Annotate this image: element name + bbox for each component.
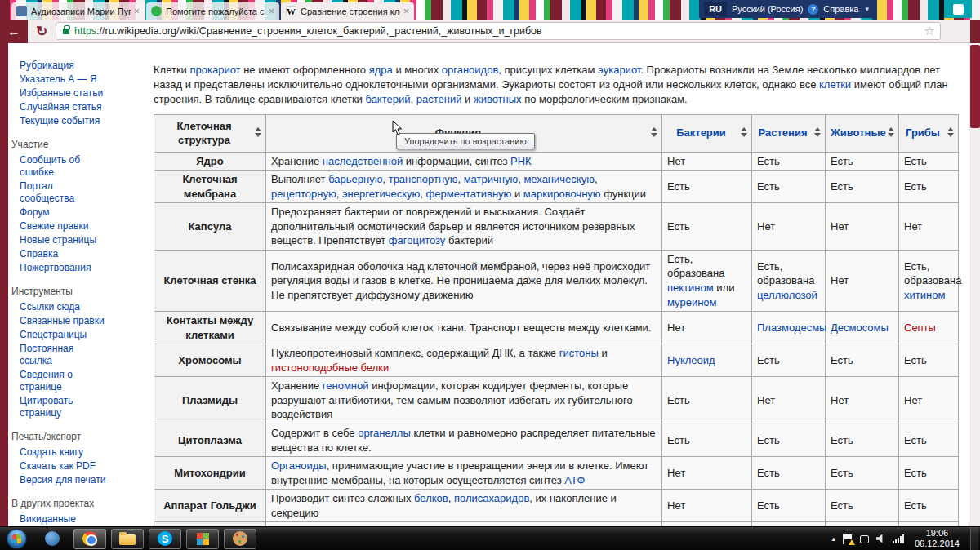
sidebar-link[interactable]: Версия для печати	[20, 474, 105, 486]
browser-tab[interactable]: WСравнение строения кле×	[281, 2, 414, 20]
chevron-down-icon[interactable]: ▾	[863, 5, 871, 13]
sidebar-link[interactable]: Новые страницы	[20, 234, 96, 246]
column-header-label[interactable]: Растения	[759, 126, 808, 139]
wiki-link[interactable]: барьерную	[328, 173, 382, 185]
wiki-link[interactable]: Плазмодесмы	[757, 322, 826, 334]
taskbar-chrome-button[interactable]	[74, 529, 106, 549]
wiki-link[interactable]: прокариот	[189, 64, 240, 76]
sidebar-link[interactable]: Избранные статьи	[20, 87, 103, 99]
language-bar-minimize-button[interactable]	[944, 0, 972, 18]
windows-language-bar[interactable]: RU Русский (Россия) ? Справка ▾	[699, 0, 875, 18]
wiki-link[interactable]: матричную	[464, 173, 519, 185]
column-header[interactable]: Животные	[826, 114, 899, 152]
wiki-link[interactable]: механическую	[523, 173, 595, 185]
url-text[interactable]: https://ru.wikipedia.org/wiki/Сравнение_…	[74, 25, 542, 37]
sidebar-link[interactable]: Пожертвования	[20, 262, 91, 273]
wiki-link[interactable]: органоидов	[442, 64, 499, 76]
wiki-link[interactable]: животных	[474, 93, 522, 105]
wiki-link[interactable]: бактерий	[365, 93, 410, 105]
help-icon[interactable]: ?	[808, 4, 818, 15]
language-help-label[interactable]: Справка	[823, 4, 858, 14]
wiki-link[interactable]: геномной	[323, 379, 369, 392]
taskbar-clock[interactable]: 19:06 06.12.2014	[915, 528, 960, 549]
column-header[interactable]: Грибы	[899, 114, 959, 152]
wiki-link[interactable]: РНК	[510, 155, 532, 167]
wiki-link[interactable]: фагоцитозу	[389, 234, 446, 246]
volume-icon[interactable]	[876, 534, 885, 543]
wiki-link[interactable]: растений	[416, 93, 462, 105]
taskbar-skype-button[interactable]: S	[149, 529, 181, 549]
wiki-link[interactable]: хитином	[904, 289, 945, 301]
wiki-link[interactable]: ферментативную	[426, 188, 512, 200]
column-header[interactable]: Растения	[752, 114, 826, 152]
scrollbar-thumb[interactable]	[970, 45, 980, 128]
sidebar-link[interactable]: Скачать как PDF	[20, 460, 96, 472]
tab-close-icon[interactable]: ×	[403, 6, 409, 17]
wiki-link[interactable]: эукариот	[598, 64, 640, 76]
back-button[interactable]: ←	[0, 20, 28, 43]
sidebar-link[interactable]: Справка	[20, 248, 58, 259]
action-center-flag-icon[interactable]	[843, 534, 853, 544]
sidebar-link[interactable]: Форум	[20, 206, 49, 218]
scrollbar[interactable]	[969, 43, 980, 526]
hidden-icons-arrow[interactable]: ▴	[831, 534, 835, 543]
wiki-link[interactable]: рецепторную	[271, 188, 336, 200]
bookmark-star-icon[interactable]: ☆	[924, 24, 935, 38]
show-desktop-button[interactable]	[970, 527, 978, 550]
tab-close-icon[interactable]: ×	[269, 6, 274, 17]
sidebar-link[interactable]: Рубрикация	[20, 60, 74, 71]
wiki-link[interactable]: маркировочную	[523, 188, 601, 200]
sidebar-link[interactable]: Сведения о странице	[20, 369, 73, 393]
browser-tab[interactable]: Помогите пожалуйста с×	[146, 2, 279, 20]
wiki-link[interactable]: Органоиды	[271, 459, 327, 472]
column-header[interactable]: Бактерии	[662, 114, 752, 152]
wiki-link[interactable]: Септы	[904, 322, 936, 334]
taskbar-app-blue-button[interactable]	[36, 529, 69, 549]
taskbar-paint-app-button[interactable]	[224, 529, 256, 549]
column-header-label[interactable]: Животные	[831, 126, 886, 139]
wiki-link[interactable]: полисахаридов	[454, 492, 529, 504]
column-header-label[interactable]: Бактерии	[676, 126, 726, 139]
column-header[interactable]: Клеточная структура	[154, 114, 266, 152]
wiki-link[interactable]: белков	[414, 492, 448, 504]
taskbar-windows-app-button[interactable]	[186, 529, 219, 549]
wiki-link[interactable]: Десмосомы	[831, 322, 889, 334]
wiki-link[interactable]: органеллы	[358, 427, 411, 439]
language-name[interactable]: Русский (Россия)	[732, 4, 803, 14]
start-button[interactable]	[0, 527, 33, 550]
sidebar-link[interactable]: Свежие правки	[20, 220, 88, 232]
sidebar-link[interactable]: Цитировать страницу	[20, 395, 74, 419]
address-bar[interactable]: https://ru.wikipedia.org/wiki/Сравнение_…	[56, 22, 941, 40]
sidebar-link[interactable]: Постоянная ссылка	[20, 343, 74, 366]
sidebar-link[interactable]: Спецстраницы	[20, 329, 87, 340]
sidebar-link[interactable]: Указатель А — Я	[20, 73, 97, 85]
wiki-link[interactable]: ядра	[369, 64, 393, 76]
wiki-link[interactable]: Нуклеоид	[667, 354, 715, 366]
tab-close-icon[interactable]: ×	[134, 6, 140, 17]
wiki-link[interactable]: энергетическую	[342, 188, 420, 200]
wiki-link[interactable]: клетки	[819, 78, 851, 91]
sidebar-link[interactable]: Сообщить об ошибке	[20, 154, 80, 178]
sidebar-link[interactable]: Викиданные	[20, 513, 76, 525]
sidebar-link[interactable]: Текущие события	[20, 115, 100, 126]
wiki-link[interactable]: АТФ	[564, 474, 585, 486]
power-icon[interactable]	[860, 535, 869, 543]
reload-button[interactable]: ↻	[31, 21, 52, 42]
sidebar-link[interactable]: Портал сообщества	[20, 180, 74, 204]
taskbar-explorer-button[interactable]	[111, 529, 144, 549]
wiki-link[interactable]: пектином	[667, 282, 714, 294]
browser-tab[interactable]: Аудиозаписи Марии Пуг×	[11, 2, 145, 20]
wiki-link[interactable]: транспортную	[389, 173, 458, 185]
network-icon[interactable]	[893, 534, 904, 543]
wiki-link[interactable]: гистоноподобные белки	[271, 361, 389, 374]
sidebar-link[interactable]: Случайная статья	[20, 101, 101, 113]
sidebar-link[interactable]: Ссылки сюда	[20, 301, 80, 313]
column-header-label[interactable]: Грибы	[906, 126, 940, 139]
sidebar-link[interactable]: Связанные правки	[20, 315, 105, 326]
language-code[interactable]: RU	[704, 2, 727, 16]
wiki-link[interactable]: наследственной	[323, 155, 403, 167]
wiki-link[interactable]: муреином	[667, 296, 717, 308]
wiki-link[interactable]: гистоны	[559, 347, 599, 359]
sidebar-link[interactable]: Создать книгу	[20, 446, 83, 458]
wiki-link[interactable]: целлюлозой	[757, 289, 817, 301]
